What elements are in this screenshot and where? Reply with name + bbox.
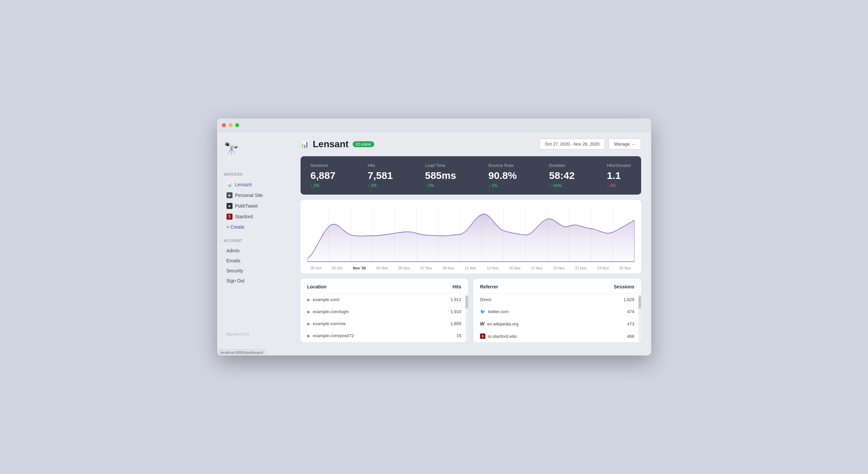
stat-loadtime-change: ↑ 2% (425, 183, 456, 188)
location-panel-header: Location Hits (301, 279, 468, 294)
stat-hits-label: Hits (368, 163, 393, 168)
list-item: Direct 1,829 (473, 294, 641, 306)
manage-button[interactable]: Manage → (609, 139, 641, 150)
stat-hits-change: ↑ 2% (368, 183, 393, 188)
online-badge: 22 online (352, 141, 374, 147)
status-bar: localhost:8000/dashboard/ (217, 349, 267, 355)
referrer-panel-header: Referrer Sessions (473, 279, 641, 294)
chart-label-12: 21 Nov (575, 266, 587, 270)
sidebar-item-admin[interactable]: Admin (224, 246, 287, 255)
list-item: 🐦 twitter.com 474 (473, 306, 641, 318)
referrer-sessions-label: Sessions (614, 284, 634, 289)
referrer-label: Referrer (480, 284, 498, 289)
sidebar-item-signout[interactable]: Sign Out (224, 276, 287, 286)
scrollbar-track (465, 295, 468, 342)
referrer-name-3: io.stanford.edu (488, 334, 517, 339)
stat-hitssession-change: ↓ 0% (607, 183, 631, 188)
site-name: Lensant (313, 139, 349, 150)
referrer-panel: Referrer Sessions Direct 1,829 🐦 (473, 279, 641, 342)
location-arrow-icon: ▶ (307, 297, 310, 302)
referrer-list[interactable]: Direct 1,829 🐦 twitter.com 474 (473, 294, 641, 342)
title-bar (217, 119, 651, 132)
chart-label-4: 05 Nov (398, 266, 410, 270)
stat-duration: Duration 58:42 ↑ -43% (549, 163, 575, 188)
chart-label-8: 13 Nov (487, 266, 498, 270)
stat-sessions-change: ↑ 2% (311, 183, 336, 188)
stat-hitssession-label: Hits/Session (607, 163, 631, 168)
stat-hitssession-value: 1.1 (607, 170, 631, 181)
chart-label-1: 30 Oct (332, 266, 342, 270)
location-hits-0: 1,911 (451, 297, 461, 302)
traffic-chart: 28 Oct 30 Oct Nov '20 03 Nov 05 Nov 07 N… (301, 200, 641, 273)
list-item: ▶ example.com/post/72 15 (301, 330, 468, 342)
stats-bar: Sessions 6,887 ↑ 2% Hits 7,581 ↑ 2% Load… (301, 156, 641, 195)
chart-label-0: 28 Oct (311, 266, 321, 270)
sidebar-politi-label: PolitiTweet (235, 203, 258, 209)
site-icon: 📊 (301, 140, 309, 148)
personal-site-icon: ● (226, 192, 232, 198)
stat-duration-label: Duration (549, 163, 575, 168)
sidebar-stanford-label: Stanford (235, 214, 253, 219)
location-arrow-icon: ▶ (307, 333, 310, 338)
chart-label-11: 19 Nov (553, 266, 565, 270)
date-range-picker[interactable]: Oct 27, 2020 - Nov 26, 2020 (539, 139, 605, 150)
stat-hits: Hits 7,581 ↑ 2% (368, 163, 393, 188)
scrollbar-thumb[interactable] (465, 295, 468, 309)
sidebar-item-lensant[interactable]: 📊 Lensant (224, 180, 287, 189)
maximize-button[interactable] (235, 123, 239, 127)
stat-bounce: Bounce Rate 90.8% ↑ 1% (488, 163, 517, 188)
stat-duration-change: ↑ -43% (549, 183, 575, 188)
chart-label-2: Nov '20 (353, 266, 366, 270)
stat-sessions-value: 6,887 (311, 170, 336, 181)
sidebar-item-emails[interactable]: Emails (224, 256, 287, 265)
location-hits-label: Hits (453, 284, 461, 289)
referrer-scrollbar-thumb[interactable] (639, 295, 641, 309)
list-item: W en.wikipedia.org 473 (473, 318, 641, 330)
location-list[interactable]: ▶ example.com/ 1,911 ▶ example.com/login… (301, 294, 468, 342)
chart-label-7: 11 Nov (465, 266, 476, 270)
main-content: 📊 Lensant 22 online Oct 27, 2020 - Nov 2… (294, 132, 651, 349)
sidebar-lensant-label: Lensant (235, 182, 252, 187)
location-arrow-icon: ▶ (307, 309, 310, 314)
sidebar: 🔭 SERVICES 📊 Lensant ● Personal Site ● P… (217, 132, 294, 349)
referrer-sessions-0: 1,829 (623, 297, 634, 302)
stat-loadtime-label: Load Time (425, 163, 456, 168)
stat-duration-value: 58:42 (549, 170, 575, 181)
bottom-panels: Location Hits ▶ example.com/ 1,911 (301, 279, 641, 342)
account-label: ACCOUNT (224, 239, 287, 243)
stat-bounce-label: Bounce Rate (488, 163, 517, 168)
create-button[interactable]: + Create (224, 222, 287, 232)
wikipedia-icon: W (480, 321, 484, 326)
location-url-3: example.com/post/72 (313, 333, 354, 338)
location-panel: Location Hits ▶ example.com/ 1,911 (301, 279, 468, 342)
logo-icon: 🔭 (224, 142, 239, 156)
list-item: ▶ example.com/me 1,885 (301, 318, 468, 330)
sidebar-item-personal-site[interactable]: ● Personal Site (224, 190, 287, 200)
referrer-name-1: twitter.com (488, 309, 509, 314)
header-controls: Oct 27, 2020 - Nov 26, 2020 Manage → (539, 139, 641, 150)
sidebar-item-stanford[interactable]: S Stanford (224, 212, 287, 221)
services-label: SERVICES (224, 173, 287, 176)
sidebar-item-security[interactable]: Security (224, 266, 287, 275)
referrer-sessions-1: 474 (627, 309, 634, 314)
stat-loadtime: Load Time 585ms ↑ 2% (425, 163, 456, 188)
minimize-button[interactable] (228, 123, 232, 127)
location-label: Location (307, 284, 327, 289)
chart-label-14: 25 Nov (619, 266, 631, 270)
sidebar-item-polititweet[interactable]: ● PolitiTweet (224, 201, 287, 211)
location-hits-3: 15 (457, 333, 461, 338)
chart-label-13: 23 Nov (597, 266, 609, 270)
stat-bounce-value: 90.8% (488, 170, 517, 181)
referrer-scrollbar-track (639, 295, 641, 342)
list-item: ▶ example.com/ 1,911 (301, 294, 468, 306)
referrer-sessions-3: 468 (627, 334, 634, 339)
list-item: S io.stanford.edu 468 (473, 330, 641, 342)
lensant-icon: 📊 (226, 182, 232, 187)
close-button[interactable] (222, 123, 226, 127)
referrer-name-0: Direct (480, 297, 491, 302)
sidebar-personal-label: Personal Site (235, 192, 263, 198)
chart-label-5: 07 Nov (421, 266, 432, 270)
stanford-icon: S (226, 214, 232, 220)
location-arrow-icon: ▶ (307, 322, 310, 326)
version-label: Shynet v0.6.9 (224, 329, 287, 339)
